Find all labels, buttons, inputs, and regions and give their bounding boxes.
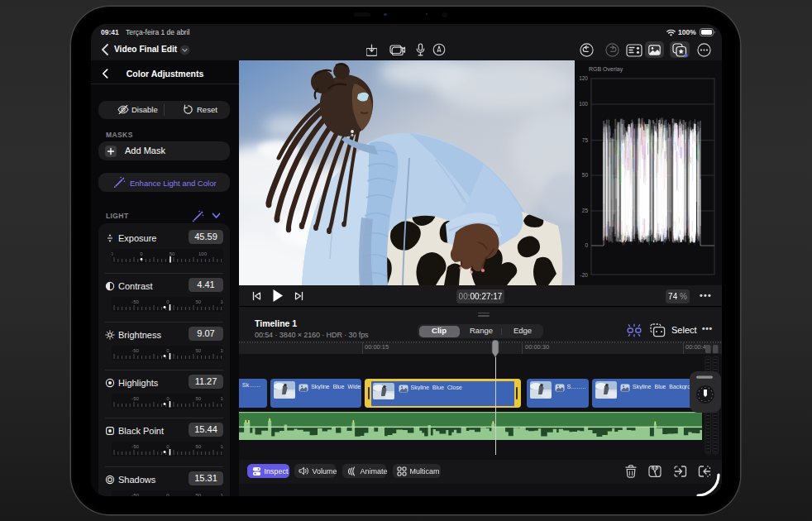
svg-text:100: 100 [220,299,223,304]
svg-text:-20: -20 [580,272,589,278]
svg-text:0: 0 [585,242,588,248]
svg-text:-50: -50 [131,396,139,401]
svg-text:100: 100 [220,347,223,352]
svg-text:50: 50 [195,396,201,401]
svg-text:100: 100 [220,492,223,496]
svg-text:0: 0 [166,347,170,352]
svg-text:100: 100 [579,101,588,107]
svg-text:RGB Overlay: RGB Overlay [589,66,623,73]
svg-text:100: 100 [220,444,223,449]
svg-text:100: 100 [220,396,223,401]
svg-text:75: 75 [582,137,589,143]
svg-text:0: 0 [166,444,170,449]
svg-text:0: 0 [166,299,170,304]
svg-text:50: 50 [195,444,201,449]
svg-text:0: 0 [166,396,170,401]
svg-text:100: 100 [198,251,208,256]
svg-text:25: 25 [582,208,589,213]
svg-text:0: 0 [166,492,170,496]
svg-text:50: 50 [170,251,175,256]
svg-text:-50: -50 [131,492,139,496]
svg-text:0: 0 [112,251,113,256]
svg-text:-50: -50 [131,299,139,304]
svg-text:-50: -50 [131,347,139,352]
svg-text:50: 50 [582,172,589,178]
svg-text:-50: -50 [131,444,139,449]
svg-text:120: 120 [579,75,588,81]
svg-text:50: 50 [195,347,201,352]
svg-text:0: 0 [140,251,143,256]
svg-text:50: 50 [195,299,201,304]
svg-text:50: 50 [195,492,201,496]
